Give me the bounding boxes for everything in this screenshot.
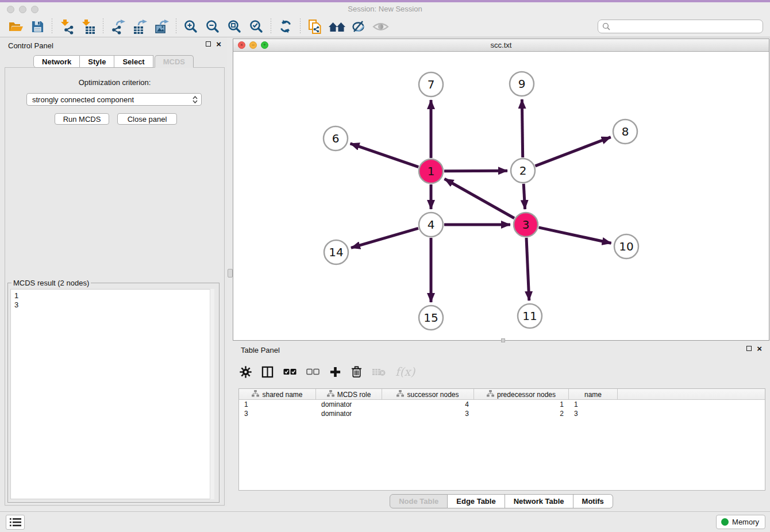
network-window-titlebar[interactable]: × − + scc.txt	[233, 39, 769, 52]
toolbar-separator	[271, 18, 271, 34]
tab-style[interactable]: Style	[80, 55, 114, 68]
optimization-criterion-select[interactable]: strongly connected component	[26, 93, 202, 106]
graph-edge-2-8[interactable]	[535, 137, 610, 166]
delete-row-icon[interactable]	[351, 363, 362, 380]
graph-node-15[interactable]: 15	[419, 306, 443, 330]
tab-node-table[interactable]: Node Table	[390, 494, 448, 508]
graph-edge-4-14[interactable]	[351, 228, 418, 248]
svg-text:8: 8	[622, 125, 629, 138]
table-panel-tabs: Node TableEdge TableNetwork TableMotifs	[233, 494, 770, 508]
graph-canvas[interactable]: 7968124314101511	[233, 52, 769, 341]
network-window-resize-grip[interactable]	[501, 338, 505, 342]
tab-edge-table[interactable]: Edge Table	[448, 494, 505, 508]
graph-edge-3-11[interactable]	[526, 238, 529, 300]
table-body: 1dominator4113dominator323	[239, 400, 765, 418]
result-scrollbar[interactable]	[210, 289, 214, 499]
zoom-out-icon[interactable]	[202, 17, 224, 36]
go-home-icon[interactable]	[326, 17, 348, 36]
deselect-all-rows-icon[interactable]	[306, 363, 319, 380]
table-cell[interactable]: 1	[239, 400, 316, 409]
table-settings-icon[interactable]	[240, 363, 252, 380]
mcds-buttons-row: Run MCDS Close panel	[5, 113, 224, 125]
table-cell[interactable]: 3	[239, 409, 316, 418]
toggle-graphics-details-icon[interactable]	[348, 17, 369, 36]
float-panel-icon[interactable]	[206, 41, 211, 47]
apply-layout-icon[interactable]	[275, 17, 297, 36]
table-cell[interactable]: 4	[382, 400, 474, 409]
zoom-fit-icon[interactable]	[224, 17, 245, 36]
tab-motifs[interactable]: Motifs	[573, 494, 613, 508]
graph-node-9[interactable]: 9	[510, 72, 534, 96]
duplicate-network-icon[interactable]	[304, 17, 326, 36]
toolbar-separator	[103, 18, 103, 34]
tab-network[interactable]: Network	[33, 55, 80, 68]
graph-edge-3-10[interactable]	[538, 228, 611, 243]
graph-edge-2-3[interactable]	[523, 184, 525, 209]
titlebar[interactable]: Session: New Session	[0, 2, 770, 16]
graph-edge-3-1[interactable]	[445, 179, 514, 218]
graph-node-14[interactable]: 14	[324, 240, 348, 264]
save-session-icon[interactable]	[26, 17, 48, 36]
graph-node-3[interactable]: 3	[514, 213, 538, 237]
graph-node-4[interactable]: 4	[419, 213, 443, 237]
table-row[interactable]: 3dominator323	[239, 409, 765, 418]
table-panel-header: Table Panel ×	[233, 342, 770, 357]
graph-node-7[interactable]: 7	[419, 72, 443, 97]
mcds-result-textarea[interactable]: 1 3	[10, 289, 214, 499]
graph-node-2[interactable]: 2	[511, 159, 535, 183]
graph-edge-1-2[interactable]	[444, 171, 507, 171]
column-header-name[interactable]: name	[569, 389, 618, 400]
table-cell[interactable]: 2	[474, 409, 569, 418]
graph-edge-2-9[interactable]	[522, 99, 522, 157]
table-cell[interactable]: 3	[569, 409, 618, 418]
tab-network-table[interactable]: Network Table	[505, 494, 573, 508]
column-header-shared-name[interactable]: shared name	[239, 389, 316, 400]
memory-button[interactable]: Memory	[716, 515, 765, 529]
graph-node-8[interactable]: 8	[613, 119, 637, 144]
svg-text:9: 9	[518, 77, 526, 91]
run-mcds-button[interactable]: Run MCDS	[55, 113, 109, 125]
search-box[interactable]	[598, 20, 763, 33]
import-table-icon[interactable]	[78, 17, 99, 36]
column-header-predecessor-nodes[interactable]: predecessor nodes	[474, 389, 569, 400]
toolbar-separator	[52, 18, 52, 34]
zoom-selected-icon[interactable]	[245, 17, 267, 36]
toolbar-icon-strip	[5, 17, 391, 36]
export-image-icon[interactable]	[151, 17, 172, 36]
graph-node-6[interactable]: 6	[324, 126, 348, 151]
close-panel-icon[interactable]: ×	[216, 41, 221, 47]
import-network-icon[interactable]	[56, 17, 78, 36]
export-table-icon[interactable]	[129, 17, 151, 36]
close-table-panel-icon[interactable]: ×	[757, 346, 762, 351]
close-panel-button[interactable]: Close panel	[117, 113, 177, 125]
table-header-row: shared nameMCDS rolesuccessor nodesprede…	[239, 389, 765, 400]
column-selector-icon[interactable]	[261, 363, 274, 380]
tab-select[interactable]: Select	[114, 55, 153, 68]
table-cell[interactable]: dominator	[316, 409, 382, 418]
task-history-button[interactable]	[6, 515, 25, 530]
svg-text:1: 1	[428, 164, 435, 178]
table-row[interactable]: 1dominator411	[239, 400, 765, 409]
graph-node-11[interactable]: 11	[518, 304, 542, 328]
zoom-in-icon[interactable]	[180, 17, 202, 36]
table-cell[interactable]: 3	[382, 409, 474, 418]
search-input[interactable]	[613, 22, 759, 31]
open-session-icon[interactable]	[5, 17, 26, 36]
table-cell[interactable]: 1	[569, 400, 618, 409]
graph-node-1[interactable]: 1	[419, 159, 443, 183]
table-cell[interactable]: 1	[474, 400, 569, 409]
splitter-handle[interactable]	[228, 269, 233, 277]
window-title: Session: New Session	[0, 5, 770, 13]
add-row-icon[interactable]	[329, 363, 341, 380]
select-all-rows-icon[interactable]	[283, 363, 297, 380]
export-network-icon[interactable]	[107, 17, 129, 36]
graph-node-10[interactable]: 10	[614, 234, 638, 259]
network-window[interactable]: × − + scc.txt 7968124314101511	[233, 38, 769, 341]
column-header-MCDS-role[interactable]: MCDS role	[316, 389, 382, 400]
table-cell[interactable]: dominator	[316, 400, 382, 409]
tab-mcds[interactable]: MCDS	[155, 55, 194, 68]
float-table-panel-icon[interactable]	[746, 346, 752, 351]
graph-edge-1-6[interactable]	[351, 144, 419, 167]
svg-text:11: 11	[522, 309, 537, 323]
column-header-successor-nodes[interactable]: successor nodes	[382, 389, 474, 400]
